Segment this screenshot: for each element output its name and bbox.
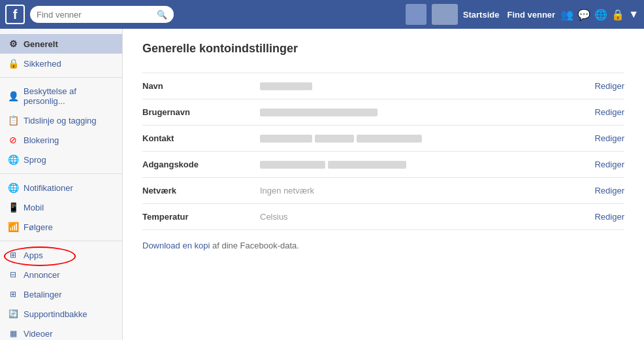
settings-value <box>260 109 581 116</box>
generelt-icon: ⚙ <box>8 39 18 49</box>
blokering-icon: ⊘ <box>8 135 18 145</box>
sidebar-item-videoer[interactable]: ▦ Videoer <box>0 324 122 340</box>
edit-button[interactable]: Rediger <box>581 212 624 222</box>
find-venner-link[interactable]: Find venner <box>507 10 555 20</box>
sidebar-label-folgere: Følgere <box>24 222 53 232</box>
sidebar-label-annoncer: Annoncer <box>24 270 60 280</box>
edit-button[interactable]: Rediger <box>581 107 624 117</box>
folgere-icon: 📶 <box>8 222 18 232</box>
sidebar-item-annoncer[interactable]: ⊟ Annoncer <box>0 265 122 284</box>
edit-button[interactable]: Rediger <box>581 133 624 143</box>
blurred-value <box>260 161 581 169</box>
blurred-value <box>260 109 581 116</box>
videoer-icon: ▦ <box>8 328 18 339</box>
settings-label: Brugernavn <box>142 107 260 117</box>
apps-icon: ⊞ <box>8 250 18 260</box>
tidslinje-icon: 📋 <box>8 115 18 126</box>
edit-button[interactable]: Rediger <box>581 186 624 196</box>
user-avatar2 <box>432 4 458 25</box>
sidebar-label-apps: Apps <box>24 250 43 260</box>
sidebar-label-notifikationer: Notifikationer <box>24 183 73 193</box>
settings-value <box>260 82 581 90</box>
sidebar: ⚙ Generelt 🔒 Sikkerhed 👤 Beskyttelse af … <box>0 29 123 340</box>
settings-label: Netværk <box>142 186 260 196</box>
settings-value: Ingen netværk <box>260 186 581 196</box>
sidebar-item-folgere[interactable]: 📶 Følgere <box>0 217 122 237</box>
nav-links: Startside Find venner <box>463 10 555 20</box>
edit-button[interactable]: Rediger <box>581 160 624 169</box>
edit-button[interactable]: Rediger <box>581 81 624 91</box>
settings-label: Adgangskode <box>142 160 260 169</box>
table-row: TemperaturCelsiusRediger <box>142 203 624 230</box>
footer-download-link: Download en kopi af dine Facebook-data. <box>142 241 624 250</box>
sidebar-item-blokering[interactable]: ⊘ Blokering <box>0 130 122 150</box>
table-row: NavnRediger <box>142 73 624 99</box>
sidebar-label-tidslinje: Tidslinje og tagging <box>24 116 97 126</box>
sidebar-label-mobil: Mobil <box>24 203 44 212</box>
settings-label: Navn <box>142 81 260 91</box>
sidebar-divider-2 <box>0 173 122 174</box>
blur-block <box>260 109 378 116</box>
sidebar-label-supportindbakke: Supportindbakke <box>24 309 88 319</box>
blurred-value <box>260 135 581 143</box>
globe-icon[interactable]: 🌐 <box>594 8 607 21</box>
settings-label: Kontakt <box>142 133 260 143</box>
blurred-value <box>260 82 581 90</box>
table-row: NetværkIngen netværkRediger <box>142 177 624 203</box>
menu-chevron-icon[interactable]: ▼ <box>628 8 639 20</box>
friends-icon[interactable]: 👥 <box>560 8 573 21</box>
beskyttelse-icon: 👤 <box>8 91 18 101</box>
sidebar-item-supportindbakke[interactable]: 🔄 Supportindbakke <box>0 304 122 324</box>
table-row: AdgangskodeRediger <box>142 151 624 177</box>
sidebar-divider-3 <box>0 241 122 241</box>
mobil-icon: 📱 <box>8 202 18 212</box>
sidebar-label-sprog: Sprog <box>24 155 46 165</box>
facebook-logo[interactable]: f <box>5 5 25 24</box>
settings-value <box>260 161 581 169</box>
sidebar-divider-1 <box>0 77 122 78</box>
sidebar-item-betalinger[interactable]: ⊞ Betalinger <box>0 284 122 304</box>
download-link[interactable]: Download en kopi <box>142 241 210 250</box>
sidebar-label-generelt: Generelt <box>24 39 58 49</box>
chat-icon[interactable]: 💬 <box>577 8 590 21</box>
sprog-icon: 🌐 <box>8 154 18 165</box>
blur-block <box>357 135 422 143</box>
user-avatar <box>406 4 427 25</box>
sidebar-label-sikkerhed: Sikkerhed <box>24 59 61 69</box>
search-bar[interactable]: 🔍 <box>30 6 174 23</box>
search-icon: 🔍 <box>157 10 167 20</box>
blur-block <box>328 161 406 169</box>
sidebar-item-beskyttelse[interactable]: 👤 Beskyttelse af personlig... <box>0 82 122 110</box>
sidebar-item-notifikationer[interactable]: 🌐 Notifikationer <box>0 178 122 197</box>
main-content: Generelle kontoindstillinger NavnRediger… <box>123 29 644 340</box>
sidebar-item-generelt[interactable]: ⚙ Generelt <box>0 34 122 54</box>
sidebar-item-sikkerhed[interactable]: 🔒 Sikkerhed <box>0 54 122 73</box>
blur-block <box>260 135 312 143</box>
search-input[interactable] <box>37 10 153 20</box>
sidebar-item-apps[interactable]: ⊞ Apps <box>0 245 122 265</box>
supportindbakke-icon: 🔄 <box>8 309 18 319</box>
sidebar-item-mobil[interactable]: 📱 Mobil <box>0 197 122 217</box>
table-row: BrugernavnRediger <box>142 99 624 125</box>
settings-table: NavnRedigerBrugernavnRedigerKontaktRedig… <box>142 73 624 230</box>
sidebar-item-sprog[interactable]: 🌐 Sprog <box>0 150 122 169</box>
blur-block <box>260 82 312 90</box>
table-row: KontaktRediger <box>142 125 624 151</box>
settings-value: Celsius <box>260 212 581 222</box>
lock-icon[interactable]: 🔒 <box>611 8 624 21</box>
blur-block <box>260 161 325 169</box>
sidebar-label-betalinger: Betalinger <box>24 290 62 299</box>
betalinger-icon: ⊞ <box>8 289 18 299</box>
footer-text: af dine Facebook-data. <box>210 241 299 250</box>
annoncer-icon: ⊟ <box>8 269 18 280</box>
sidebar-label-blokering: Blokering <box>24 135 59 145</box>
notifikationer-icon: 🌐 <box>8 182 18 193</box>
nav-icons: 👥 💬 🌐 🔒 ▼ <box>560 8 639 21</box>
top-navigation: f 🔍 Startside Find venner 👥 💬 🌐 🔒 ▼ <box>0 0 644 29</box>
sidebar-label-beskyttelse: Beskyttelse af personlig... <box>24 86 114 106</box>
sidebar-item-tidslinje[interactable]: 📋 Tidslinje og tagging <box>0 110 122 130</box>
page-title: Generelle kontoindstillinger <box>142 42 624 62</box>
startside-link[interactable]: Startside <box>463 10 500 20</box>
blur-block <box>315 135 354 143</box>
page-wrapper: ⚙ Generelt 🔒 Sikkerhed 👤 Beskyttelse af … <box>0 29 644 340</box>
